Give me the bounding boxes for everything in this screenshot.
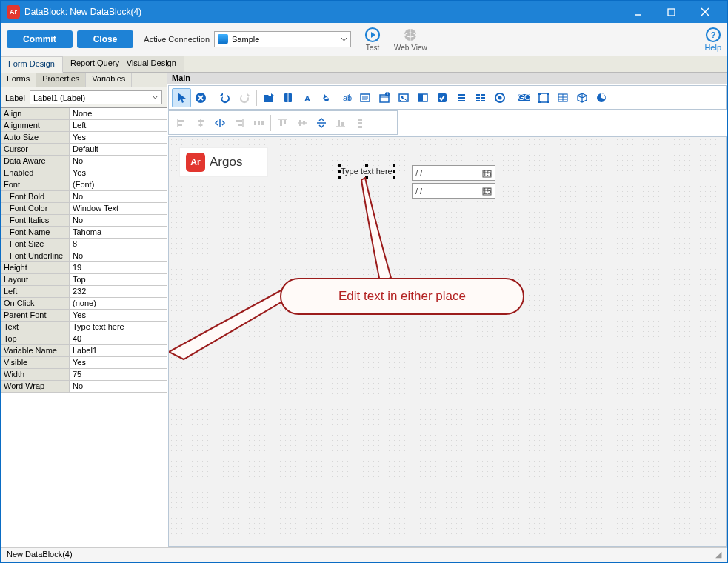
property-value[interactable]: Yes <box>70 167 167 179</box>
property-row[interactable]: Data AwareNo <box>1 156 167 167</box>
property-value[interactable]: (none) <box>70 298 167 309</box>
align-top-tool[interactable] <box>273 113 293 133</box>
property-value[interactable]: 8 <box>70 239 167 250</box>
property-value[interactable]: Yes <box>70 310 167 321</box>
property-row[interactable]: AlignNone <box>1 108 167 120</box>
group-tool[interactable] <box>534 88 553 107</box>
property-row[interactable]: LayoutTop <box>1 274 167 286</box>
property-value[interactable]: Yes <box>70 132 167 143</box>
book-tool[interactable] <box>278 88 298 107</box>
maximize-button[interactable] <box>655 1 688 23</box>
property-value[interactable]: Label1 <box>70 345 167 356</box>
undo-button[interactable] <box>216 88 235 107</box>
textbox-tool[interactable]: ab <box>336 88 355 107</box>
property-value[interactable]: Left <box>70 120 167 131</box>
property-value[interactable]: 40 <box>70 333 167 344</box>
date-tool[interactable]: + <box>375 88 394 107</box>
property-row[interactable]: Font.NameTahoma <box>1 227 167 239</box>
align-bottom-tool[interactable] <box>331 113 350 133</box>
tab-form-design[interactable]: Form Design <box>1 56 63 73</box>
property-value[interactable]: Tahoma <box>70 227 167 238</box>
property-row[interactable]: TextType text here <box>1 322 167 333</box>
property-value[interactable]: No <box>70 381 167 392</box>
property-value[interactable]: 19 <box>70 262 167 273</box>
grid-tool[interactable] <box>471 88 490 107</box>
checkbox-tool[interactable] <box>433 88 452 107</box>
shape-tool[interactable] <box>317 88 336 107</box>
subtab-properties[interactable]: Properties <box>36 73 86 87</box>
property-value[interactable]: Yes <box>70 357 167 368</box>
webview-button[interactable]: Web View <box>394 27 427 52</box>
memo-tool[interactable] <box>355 88 375 107</box>
calendar-icon[interactable]: 15 <box>482 169 492 178</box>
property-value[interactable]: None <box>70 108 167 119</box>
go-tool[interactable]: GO <box>515 88 534 107</box>
property-row[interactable]: Font.ColorWindow Text <box>1 203 167 215</box>
subtab-forms[interactable]: Forms <box>1 73 36 87</box>
property-value[interactable]: Top <box>70 274 167 285</box>
align-middle-tool[interactable] <box>293 113 312 133</box>
commit-button[interactable]: Commit <box>7 30 73 48</box>
tab-report-query[interactable]: Report Query - Visual Design <box>63 56 184 72</box>
test-button[interactable]: Test <box>364 27 381 52</box>
property-row[interactable]: Left232 <box>1 286 167 298</box>
redo-button[interactable] <box>235 88 254 107</box>
property-grid[interactable]: AlignNoneAlignmentLeftAuto SizeYesCursor… <box>1 107 167 547</box>
property-value[interactable]: No <box>70 191 167 202</box>
property-value[interactable]: 75 <box>70 369 167 380</box>
selection-handle[interactable] <box>338 170 341 173</box>
property-row[interactable]: Parent FontYes <box>1 310 167 322</box>
text-tool[interactable]: A <box>298 88 317 107</box>
calendar-icon[interactable]: 15 <box>482 187 492 196</box>
property-value[interactable]: Window Text <box>70 203 167 214</box>
close-button[interactable]: Close <box>77 30 134 48</box>
list-tool[interactable] <box>452 88 471 107</box>
panel-tool[interactable] <box>413 88 433 107</box>
property-row[interactable]: Word WrapNo <box>1 381 167 393</box>
open-tool[interactable] <box>259 88 278 107</box>
table-tool[interactable] <box>553 88 572 107</box>
dist-h-tool[interactable] <box>249 113 268 133</box>
cube-tool[interactable] <box>572 88 592 107</box>
property-row[interactable]: Font.UnderlineNo <box>1 250 167 262</box>
align-vcenter-tool[interactable] <box>312 113 331 133</box>
date-input-2[interactable]: / / 15 <box>412 183 495 199</box>
object-select[interactable]: Label1 (Label) <box>30 90 162 104</box>
property-row[interactable]: Font.Size8 <box>1 239 167 250</box>
selection-handle[interactable] <box>365 164 368 167</box>
property-row[interactable]: Height19 <box>1 262 167 274</box>
close-window-button[interactable] <box>688 1 721 23</box>
connection-select[interactable]: Sample <box>214 31 351 47</box>
property-row[interactable]: Top40 <box>1 333 167 345</box>
selection-handle[interactable] <box>393 170 395 173</box>
property-row[interactable]: Font.BoldNo <box>1 191 167 203</box>
help-button[interactable]: ? Help <box>704 27 721 52</box>
chart-tool[interactable] <box>592 88 611 107</box>
resize-grip-icon[interactable]: ◢ <box>715 550 721 561</box>
property-row[interactable]: EnabledYes <box>1 167 167 179</box>
selection-handle[interactable] <box>393 176 395 179</box>
radio-tool[interactable] <box>490 88 510 107</box>
selection-handle[interactable] <box>393 164 395 167</box>
align-right-tool[interactable] <box>230 113 249 133</box>
image-tool[interactable] <box>394 88 413 107</box>
align-hcenter-tool[interactable] <box>210 113 230 133</box>
property-value[interactable]: Type text here <box>70 322 167 333</box>
property-row[interactable]: VisibleYes <box>1 357 167 369</box>
property-row[interactable]: Width75 <box>1 369 167 381</box>
property-value[interactable]: (Font) <box>70 179 167 190</box>
design-canvas[interactable]: Ar Argos Type text here / / 15 / / 15 <box>168 136 727 547</box>
property-row[interactable]: CursorDefault <box>1 144 167 156</box>
property-row[interactable]: Font(Font) <box>1 179 167 191</box>
subtab-variables[interactable]: Variables <box>86 73 132 87</box>
minimize-button[interactable] <box>621 1 655 23</box>
align-left-tool[interactable] <box>172 113 191 133</box>
selection-handle[interactable] <box>365 176 368 179</box>
logo-element[interactable]: Ar Argos <box>179 147 268 177</box>
property-row[interactable]: Variable NameLabel1 <box>1 345 167 357</box>
dist-v-tool[interactable] <box>350 113 370 133</box>
selection-handle[interactable] <box>338 176 341 179</box>
align-center-h-tool[interactable] <box>191 113 210 133</box>
delete-tool[interactable] <box>191 88 210 107</box>
property-value[interactable]: No <box>70 156 167 167</box>
